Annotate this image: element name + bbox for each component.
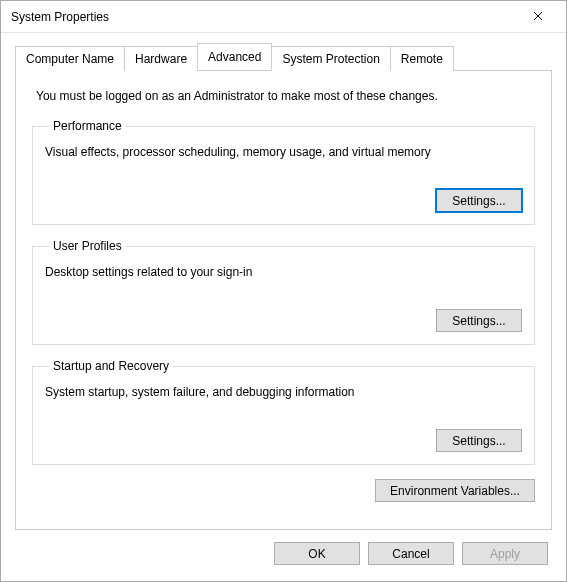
env-vars-row: Environment Variables... — [32, 479, 535, 502]
tab-hardware[interactable]: Hardware — [124, 46, 198, 71]
group-startup-recovery-desc: System startup, system failure, and debu… — [45, 385, 522, 399]
environment-variables-button[interactable]: Environment Variables... — [375, 479, 535, 502]
group-startup-recovery-legend: Startup and Recovery — [49, 359, 173, 373]
ok-button[interactable]: OK — [274, 542, 360, 565]
tabstrip: Computer Name Hardware Advanced System P… — [15, 43, 552, 71]
group-user-profiles-actions: Settings... — [45, 309, 522, 332]
tab-remote[interactable]: Remote — [390, 46, 454, 71]
tab-computer-name[interactable]: Computer Name — [15, 46, 125, 71]
client-area: Computer Name Hardware Advanced System P… — [1, 33, 566, 530]
system-properties-window: System Properties Computer Name Hardware… — [0, 0, 567, 582]
apply-button: Apply — [462, 542, 548, 565]
group-startup-recovery-actions: Settings... — [45, 429, 522, 452]
group-user-profiles-desc: Desktop settings related to your sign-in — [45, 265, 522, 279]
user-profiles-settings-button[interactable]: Settings... — [436, 309, 522, 332]
group-user-profiles: User Profiles Desktop settings related t… — [32, 239, 535, 345]
group-performance-desc: Visual effects, processor scheduling, me… — [45, 145, 522, 159]
window-title: System Properties — [11, 10, 518, 24]
tab-system-protection[interactable]: System Protection — [271, 46, 390, 71]
tab-advanced[interactable]: Advanced — [197, 43, 272, 70]
group-performance: Performance Visual effects, processor sc… — [32, 119, 535, 225]
close-icon — [533, 10, 543, 24]
titlebar: System Properties — [1, 1, 566, 33]
group-user-profiles-legend: User Profiles — [49, 239, 126, 253]
performance-settings-button[interactable]: Settings... — [436, 189, 522, 212]
group-performance-actions: Settings... — [45, 189, 522, 212]
startup-recovery-settings-button[interactable]: Settings... — [436, 429, 522, 452]
cancel-button[interactable]: Cancel — [368, 542, 454, 565]
group-performance-legend: Performance — [49, 119, 126, 133]
group-startup-recovery: Startup and Recovery System startup, sys… — [32, 359, 535, 465]
close-button[interactable] — [518, 3, 558, 31]
tabpage-advanced: You must be logged on as an Administrato… — [15, 71, 552, 530]
dialog-buttons: OK Cancel Apply — [1, 530, 566, 581]
admin-notice: You must be logged on as an Administrato… — [36, 89, 535, 103]
